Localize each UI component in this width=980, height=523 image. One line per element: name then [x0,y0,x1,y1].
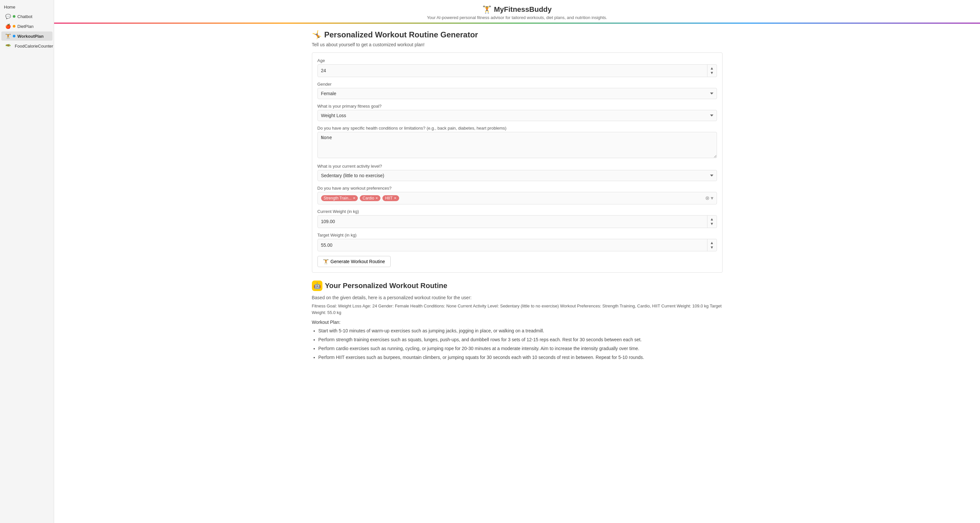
tag-hiit: HIIT × [382,195,399,201]
workout-preferences-label: Do you have any workout preferences? [318,186,717,191]
chatbot-status-dot [13,15,16,18]
workoutplan-icon: 🏋️ [5,33,11,39]
current-weight-increment-icon[interactable]: ▲ [710,217,714,222]
generate-workout-button[interactable]: 🏋️ Generate Workout Routine [318,256,391,267]
app-title-emoji: 🏋️ [482,5,491,14]
workout-preferences-group: Do you have any workout preferences? Str… [318,186,717,204]
list-item: Start with 5-10 minutes of warm-up exerc… [318,327,722,334]
tag-hiit-remove[interactable]: × [394,196,396,200]
age-stepper[interactable]: ▲ ▼ [707,65,717,77]
health-conditions-group: Do you have any specific health conditio… [318,126,717,159]
tags-clear-icon[interactable]: ⊗ [705,195,710,201]
results-title: 🤖 Your Personalized Workout Routine [312,281,722,291]
app-subtitle: Your AI-powered personal fitness advisor… [54,15,980,20]
page-content: 🤸 Personalized Workout Routine Generator… [304,24,730,370]
target-weight-input-wrap: ▲ ▼ [318,239,717,252]
main-content: 🏋️ MyFitnessBuddy Your AI-powered person… [54,0,980,523]
foodcaloriecounter-icon: 🥗 [5,43,11,49]
generate-button-label: Generate Workout Routine [331,259,385,264]
health-conditions-input[interactable]: None [318,132,717,158]
results-plan-list: Start with 5-10 minutes of warm-up exerc… [312,327,722,361]
sidebar-item-label-workoutplan: WorkoutPlan [18,34,44,39]
results-plan-label: Workout Plan: [312,320,722,325]
age-input[interactable] [318,65,707,76]
age-decrement-icon[interactable]: ▼ [710,70,714,75]
health-conditions-label: Do you have any specific health conditio… [318,126,717,131]
age-group: Age ▲ ▼ [318,58,717,77]
workout-preferences-tags-wrap[interactable]: Strength Train... × Cardio × HIIT × ⊗ ▾ [318,192,717,204]
app-title: 🏋️ MyFitnessBuddy [54,5,980,14]
tag-cardio-label: Cardio [363,196,374,201]
tags-toggle-icon[interactable]: ▾ [711,195,713,201]
sidebar-item-foodcaloriecounter[interactable]: 🥗 FoodCalorieCounter [1,41,52,51]
results-section: 🤖 Your Personalized Workout Routine Base… [312,281,722,361]
workout-form-card: Age ▲ ▼ Gender Female Male Other [312,53,722,273]
sidebar-item-workoutplan[interactable]: 🏋️ WorkoutPlan [1,32,52,41]
fitness-goal-select[interactable]: Weight Loss Muscle Gain Endurance Flexib… [318,110,717,121]
target-weight-stepper[interactable]: ▲ ▼ [707,239,717,251]
app-header: 🏋️ MyFitnessBuddy Your AI-powered person… [54,0,980,24]
activity-level-select[interactable]: Sedentary (little to no exercise) Lightl… [318,170,717,181]
sidebar-item-dietplan[interactable]: 🍎 DietPlan [1,22,52,31]
page-subtitle: Tell us about yourself to get a customiz… [312,42,722,47]
current-weight-decrement-icon[interactable]: ▼ [710,222,714,226]
page-title: 🤸 Personalized Workout Routine Generator [312,30,722,39]
target-weight-input[interactable] [318,240,707,250]
chatbot-icon: 💬 [5,14,11,19]
results-intro: Based on the given details, here is a pe… [312,295,722,300]
age-label: Age [318,58,717,63]
target-weight-decrement-icon[interactable]: ▼ [710,245,714,250]
current-weight-stepper[interactable]: ▲ ▼ [707,215,717,228]
tag-strength-remove[interactable]: × [353,196,356,200]
sidebar-home-label: Home [0,3,54,11]
generate-button-emoji: 🏋️ [323,259,329,264]
target-weight-increment-icon[interactable]: ▲ [710,241,714,245]
gender-select[interactable]: Female Male Other [318,88,717,99]
sidebar: Home 💬 Chatbot 🍎 DietPlan 🏋️ WorkoutPlan… [0,0,54,523]
sidebar-item-label-dietplan: DietPlan [18,24,33,29]
target-weight-group: Target Weight (in kg) ▲ ▼ [318,233,717,252]
sidebar-item-label-foodcaloriecounter: FoodCalorieCounter [15,44,53,49]
tags-controls: ⊗ ▾ [705,195,713,201]
sidebar-item-label-chatbot: Chatbot [18,14,32,19]
tag-strength: Strength Train... × [321,195,358,201]
tag-strength-label: Strength Train... [324,196,352,201]
activity-level-group: What is your current activity level? Sed… [318,164,717,181]
list-item: Perform HIIT exercises such as burpees, … [318,354,722,361]
activity-level-label: What is your current activity level? [318,164,717,169]
target-weight-label: Target Weight (in kg) [318,233,717,238]
dietplan-icon: 🍎 [5,24,11,29]
sidebar-item-chatbot[interactable]: 💬 Chatbot [1,12,52,21]
dietplan-status-dot [13,25,16,27]
age-increment-icon[interactable]: ▲ [710,66,714,70]
current-weight-group: Current Weight (in kg) ▲ ▼ [318,209,717,228]
fitness-goal-label: What is your primary fitness goal? [318,104,717,108]
current-weight-input-wrap: ▲ ▼ [318,215,717,228]
list-item: Perform cardio exercises such as running… [318,345,722,352]
current-weight-input[interactable] [318,216,707,227]
workoutplan-status-dot [13,35,16,37]
tag-hiit-label: HIIT [385,196,393,201]
gender-label: Gender [318,82,717,87]
current-weight-label: Current Weight (in kg) [318,209,717,214]
list-item: Perform strength training exercises such… [318,336,722,343]
fitness-goal-group: What is your primary fitness goal? Weigh… [318,104,717,121]
age-input-wrap: ▲ ▼ [318,64,717,77]
gender-group: Gender Female Male Other [318,82,717,99]
results-details: Fitness Goal: Weight Loss Age: 24 Gender… [312,303,722,316]
page-title-emoji: 🤸 [312,30,322,39]
results-title-icon: 🤖 [312,281,322,291]
tag-cardio: Cardio × [360,195,380,201]
tag-cardio-remove[interactable]: × [375,196,378,200]
